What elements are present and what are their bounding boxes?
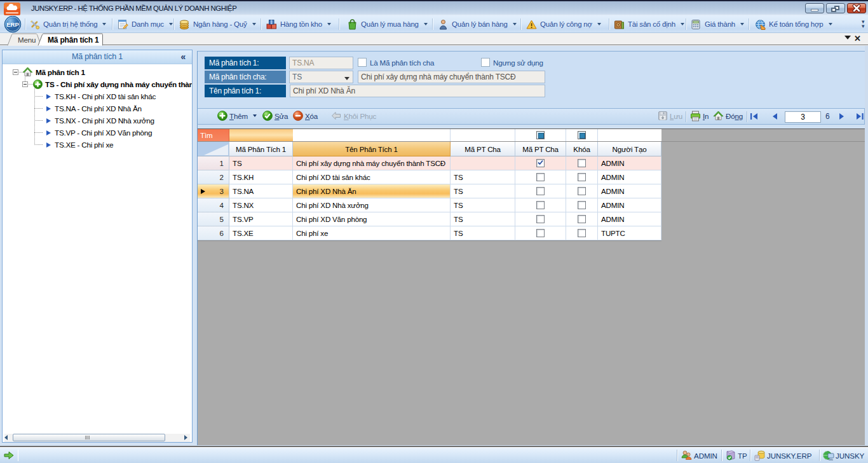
svg-text:ERP: ERP (6, 21, 19, 28)
